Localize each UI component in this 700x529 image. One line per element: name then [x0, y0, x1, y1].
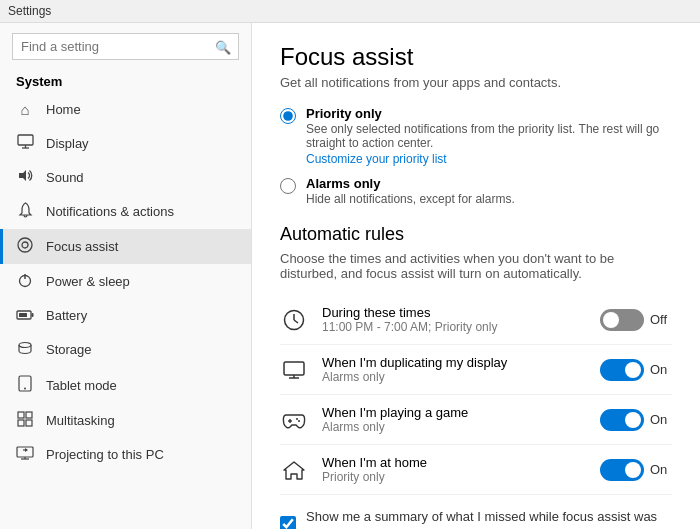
rule-label-home: When I'm at home — [322, 455, 586, 470]
svg-rect-14 — [18, 412, 24, 418]
sidebar-item-label-display: Display — [46, 136, 89, 151]
title-bar: Settings — [0, 0, 700, 23]
rule-text-during-times: During these times 11:00 PM - 7:00 AM; P… — [322, 305, 586, 334]
focus-icon — [16, 237, 34, 256]
svg-point-31 — [296, 418, 298, 420]
toggle-wrapper-during-times: Off — [600, 309, 672, 331]
page-title: Focus assist — [280, 43, 672, 71]
sidebar-item-label-projecting: Projecting to this PC — [46, 447, 164, 462]
search-icon: 🔍 — [215, 39, 231, 54]
title-bar-label: Settings — [8, 4, 51, 18]
priority-only-radio[interactable] — [280, 108, 296, 124]
toggle-label-during-times: Off — [650, 312, 672, 327]
sidebar-item-label-storage: Storage — [46, 342, 92, 357]
sidebar-item-label-sound: Sound — [46, 170, 84, 185]
gamepad-icon — [280, 406, 308, 434]
sidebar-item-notifications[interactable]: Notifications & actions — [0, 194, 251, 229]
notifications-icon — [16, 202, 34, 221]
app-container: 🔍 System ⌂ Home Display — [0, 23, 700, 529]
tablet-icon — [16, 375, 34, 395]
sidebar: 🔍 System ⌂ Home Display — [0, 23, 252, 529]
svg-rect-0 — [18, 135, 33, 145]
rule-label-during-times: During these times — [322, 305, 586, 320]
toggle-game[interactable] — [600, 409, 644, 431]
auto-rules-title: Automatic rules — [280, 224, 672, 245]
toggle-duplicating[interactable] — [600, 359, 644, 381]
svg-rect-15 — [26, 412, 32, 418]
sidebar-item-storage[interactable]: Storage — [0, 332, 251, 367]
toggle-wrapper-duplicating: On — [600, 359, 672, 381]
svg-rect-10 — [32, 313, 34, 317]
rule-sublabel-game: Alarms only — [322, 420, 586, 434]
sidebar-item-focus[interactable]: Focus assist — [0, 229, 251, 264]
sidebar-item-battery[interactable]: Battery — [0, 299, 251, 332]
svg-marker-3 — [19, 170, 26, 181]
sidebar-item-home[interactable]: ⌂ Home — [0, 93, 251, 126]
svg-rect-16 — [18, 420, 24, 426]
alarms-only-desc: Hide all notifications, except for alarm… — [306, 192, 515, 206]
customize-priority-link[interactable]: Customize your priority list — [306, 152, 447, 166]
summary-text: Show me a summary of what I missed while… — [306, 509, 672, 529]
sidebar-item-power[interactable]: Power & sleep — [0, 264, 251, 299]
sidebar-item-label-focus: Focus assist — [46, 239, 118, 254]
main-content: Focus assist Get all notifications from … — [252, 23, 700, 529]
option-group: Priority only See only selected notifica… — [280, 106, 672, 206]
clock-icon — [280, 306, 308, 334]
multitasking-icon — [16, 411, 34, 430]
power-icon — [16, 272, 34, 291]
summary-checkbox[interactable] — [280, 516, 296, 529]
summary-row: Show me a summary of what I missed while… — [280, 509, 672, 529]
svg-point-32 — [298, 420, 300, 422]
svg-point-11 — [19, 343, 31, 348]
sidebar-item-display[interactable]: Display — [0, 126, 251, 160]
toggle-label-duplicating: On — [650, 362, 672, 377]
search-wrapper: 🔍 — [12, 33, 239, 60]
sidebar-item-label-battery: Battery — [46, 308, 87, 323]
toggle-during-times[interactable] — [600, 309, 644, 331]
svg-marker-33 — [284, 462, 304, 479]
svg-point-4 — [18, 238, 32, 252]
projecting-icon — [16, 446, 34, 463]
toggle-wrapper-game: On — [600, 409, 672, 431]
search-input[interactable] — [12, 33, 239, 60]
priority-only-option: Priority only See only selected notifica… — [280, 106, 672, 166]
rule-sublabel-during-times: 11:00 PM - 7:00 AM; Priority only — [322, 320, 586, 334]
svg-marker-22 — [25, 448, 28, 452]
rule-text-home: When I'm at home Priority only — [322, 455, 586, 484]
sidebar-section-label: System — [0, 66, 251, 93]
alarms-only-content: Alarms only Hide all notifications, exce… — [306, 176, 515, 206]
sound-icon — [16, 168, 34, 186]
sidebar-item-label-notifications: Notifications & actions — [46, 204, 174, 219]
alarms-only-label: Alarms only — [306, 176, 515, 191]
rule-sublabel-duplicating: Alarms only — [322, 370, 586, 384]
rule-text-game: When I'm playing a game Alarms only — [322, 405, 586, 434]
rule-duplicating-display: When I'm duplicating my display Alarms o… — [280, 345, 672, 395]
subtitle: Get all notifications from your apps and… — [280, 75, 672, 90]
rule-at-home: When I'm at home Priority only On — [280, 445, 672, 495]
rule-label-game: When I'm playing a game — [322, 405, 586, 420]
rule-during-times: During these times 11:00 PM - 7:00 AM; P… — [280, 295, 672, 345]
alarms-only-radio[interactable] — [280, 178, 296, 194]
toggle-label-home: On — [650, 462, 672, 477]
priority-only-label: Priority only — [306, 106, 672, 121]
svg-rect-26 — [284, 362, 304, 375]
rule-text-duplicating: When I'm duplicating my display Alarms o… — [322, 355, 586, 384]
toggle-label-game: On — [650, 412, 672, 427]
sidebar-item-label-home: Home — [46, 102, 81, 117]
sidebar-item-sound[interactable]: Sound — [0, 160, 251, 194]
sidebar-item-projecting[interactable]: Projecting to this PC — [0, 438, 251, 471]
auto-rules-desc: Choose the times and activities when you… — [280, 251, 672, 281]
sidebar-item-label-multitasking: Multitasking — [46, 413, 115, 428]
home-icon: ⌂ — [16, 101, 34, 118]
display-icon — [16, 134, 34, 152]
sidebar-item-label-power: Power & sleep — [46, 274, 130, 289]
toggle-wrapper-home: On — [600, 459, 672, 481]
svg-rect-9 — [19, 313, 27, 317]
sidebar-item-multitasking[interactable]: Multitasking — [0, 403, 251, 438]
toggle-home[interactable] — [600, 459, 644, 481]
rule-sublabel-home: Priority only — [322, 470, 586, 484]
priority-only-desc: See only selected notifications from the… — [306, 122, 672, 150]
sidebar-item-tablet[interactable]: Tablet mode — [0, 367, 251, 403]
svg-line-25 — [294, 320, 298, 323]
alarms-only-option: Alarms only Hide all notifications, exce… — [280, 176, 672, 206]
